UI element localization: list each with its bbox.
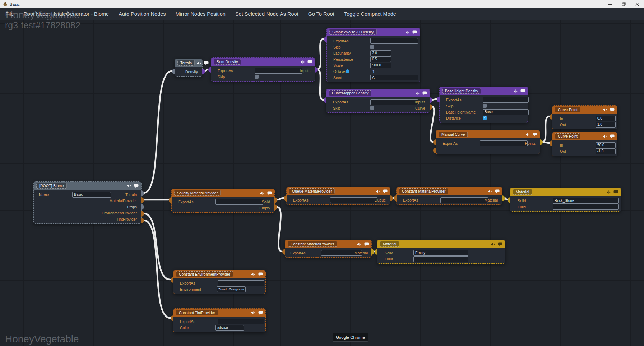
node-constant-tintprovider[interactable]: Constant TintProvider ExportAs Color	[173, 308, 266, 332]
menu-item-toggle-compact[interactable]: Toggle Compact Mode	[344, 11, 396, 17]
speaker-muted-icon[interactable]	[415, 91, 420, 95]
node-title[interactable]: Constant MaterialProvider	[399, 188, 448, 194]
node-queue-materialprovider[interactable]: Queue MaterialProvider ExportAsQueue	[286, 187, 390, 205]
node-constant-materialprovider-bottom[interactable]: Constant MaterialProvider ExportAsMateri…	[285, 240, 372, 258]
exportas-input[interactable]	[483, 97, 529, 103]
node-header[interactable]: BaseHeight Density	[440, 87, 528, 95]
menu-item-set-root[interactable]: Set Selected Node As Root	[235, 11, 298, 17]
comment-icon[interactable]	[613, 190, 618, 194]
in-input[interactable]	[596, 142, 616, 148]
speaker-muted-icon[interactable]	[603, 108, 607, 112]
node-header[interactable]: Constant MaterialProvider	[397, 187, 502, 195]
node-header[interactable]: Curve Point	[552, 132, 617, 140]
node-simplexnoise2d-density[interactable]: SimplexNoise2D Density ExportAs Skip Lac…	[326, 28, 420, 82]
restore-button[interactable]	[617, 0, 630, 8]
exportas-input[interactable]	[480, 140, 528, 146]
node-title[interactable]: Curve Point	[555, 133, 580, 139]
node-root-biome[interactable]: [ROOT] Biome NameTerrain MaterialProvide…	[33, 181, 142, 224]
close-button[interactable]	[630, 0, 644, 8]
node-material-top[interactable]: Material Solid Fluid	[510, 188, 621, 212]
name-input[interactable]	[72, 192, 111, 198]
node-title[interactable]: Terrain	[177, 60, 195, 66]
comment-icon[interactable]	[422, 91, 427, 95]
exportas-input[interactable]	[218, 319, 264, 324]
node-title[interactable]: Material	[513, 189, 532, 195]
distance-checkbox[interactable]	[483, 116, 487, 120]
lacunarity-input[interactable]	[370, 50, 391, 56]
seed-input[interactable]	[370, 75, 418, 80]
speaker-muted-icon[interactable]	[357, 242, 361, 246]
octaves-slider-track[interactable]	[351, 71, 370, 71]
comment-icon[interactable]	[307, 60, 312, 64]
speaker-muted-icon[interactable]	[127, 184, 131, 188]
node-header[interactable]: Constant MaterialProvider	[285, 240, 371, 248]
node-title[interactable]: Constant EnvironmentProvider	[176, 271, 233, 277]
speaker-muted-icon[interactable]	[197, 61, 201, 65]
out-input[interactable]	[596, 122, 616, 128]
node-title[interactable]: Material	[380, 241, 399, 247]
node-editor-canvas[interactable]	[0, 0, 644, 346]
comment-icon[interactable]	[204, 61, 209, 65]
node-header[interactable]: Constant EnvironmentProvider	[173, 270, 265, 278]
node-title[interactable]: Manual Curve	[439, 132, 468, 137]
node-title[interactable]: SimplexNoise2D Density	[329, 29, 377, 35]
speaker-muted-icon[interactable]	[300, 60, 305, 64]
node-constant-environmentprovider[interactable]: Constant EnvironmentProvider ExportAs En…	[173, 270, 266, 294]
node-title[interactable]: Sum Density	[214, 59, 241, 65]
node-title[interactable]: BaseHeight Density	[442, 88, 481, 94]
speaker-muted-icon[interactable]	[606, 190, 611, 194]
speaker-muted-icon[interactable]	[260, 191, 264, 195]
speaker-muted-icon[interactable]	[376, 189, 380, 193]
node-header[interactable]: Queue MaterialProvider	[287, 187, 390, 195]
node-title[interactable]: Constant TintProvider	[176, 310, 218, 315]
node-title[interactable]: [ROOT] Biome	[36, 183, 67, 189]
node-manual-curve[interactable]: Manual Curve ExportAsPoints	[436, 130, 540, 154]
menu-item-file[interactable]: File	[5, 11, 14, 17]
speaker-muted-icon[interactable]	[513, 89, 518, 93]
scale-input[interactable]	[370, 63, 391, 68]
node-title[interactable]: Solidity MaterialProvider	[174, 190, 221, 196]
exportas-input[interactable]	[215, 199, 263, 205]
speaker-muted-icon[interactable]	[603, 134, 607, 138]
out-input[interactable]	[596, 148, 616, 154]
menu-item-auto-position[interactable]: Auto Position Nodes	[119, 11, 166, 17]
node-curve-point-1[interactable]: Curve Point In Out	[552, 105, 617, 129]
node-header[interactable]: Solidity MaterialProvider	[172, 189, 274, 197]
comment-icon[interactable]	[498, 242, 502, 246]
fluid-input[interactable]	[413, 256, 468, 262]
skip-checkbox[interactable]	[255, 75, 259, 79]
exportas-input[interactable]	[330, 197, 377, 203]
node-header[interactable]: Material	[377, 240, 505, 248]
node-title[interactable]: Curve Point	[555, 107, 580, 112]
node-header[interactable]: [ROOT] Biome	[34, 182, 141, 190]
persistence-input[interactable]	[370, 56, 391, 62]
comment-icon[interactable]	[533, 133, 537, 137]
speaker-muted-icon[interactable]	[491, 242, 495, 246]
menu-item-root-node[interactable]: Root Node: HytaleGenerator - Biome	[23, 11, 109, 17]
menu-item-go-to-root[interactable]: Go To Root	[308, 11, 334, 17]
exportas-input[interactable]	[440, 197, 488, 203]
in-input[interactable]	[596, 116, 616, 121]
node-header[interactable]: Manual Curve	[436, 130, 540, 138]
comment-icon[interactable]	[495, 189, 500, 193]
comment-icon[interactable]	[412, 30, 417, 34]
speaker-muted-icon[interactable]	[251, 311, 255, 315]
node-header[interactable]: Terrain	[175, 59, 202, 67]
speaker-muted-icon[interactable]	[405, 30, 409, 34]
skip-checkbox[interactable]	[483, 104, 487, 108]
skip-checkbox[interactable]	[370, 45, 374, 49]
fluid-input[interactable]	[553, 204, 619, 210]
node-solidity-materialprovider[interactable]: Solidity MaterialProvider ExportAsSolid …	[171, 189, 275, 213]
comment-icon[interactable]	[258, 272, 263, 276]
node-material-bottom[interactable]: Material Solid Fluid	[377, 240, 505, 264]
speaker-muted-icon[interactable]	[488, 189, 492, 193]
solid-input[interactable]	[553, 198, 619, 204]
color-input[interactable]	[215, 325, 244, 331]
exportas-input[interactable]	[370, 99, 418, 105]
node-title[interactable]: Constant MaterialProvider	[288, 241, 337, 247]
comment-icon[interactable]	[258, 311, 263, 315]
node-baseheight-density[interactable]: BaseHeight Density ExportAs Skip BaseHei…	[439, 87, 528, 123]
menu-item-mirror-nodes[interactable]: Mirror Nodes Position	[176, 11, 226, 17]
octaves-slider-knob[interactable]	[346, 69, 349, 73]
node-header[interactable]: Material	[510, 188, 621, 196]
